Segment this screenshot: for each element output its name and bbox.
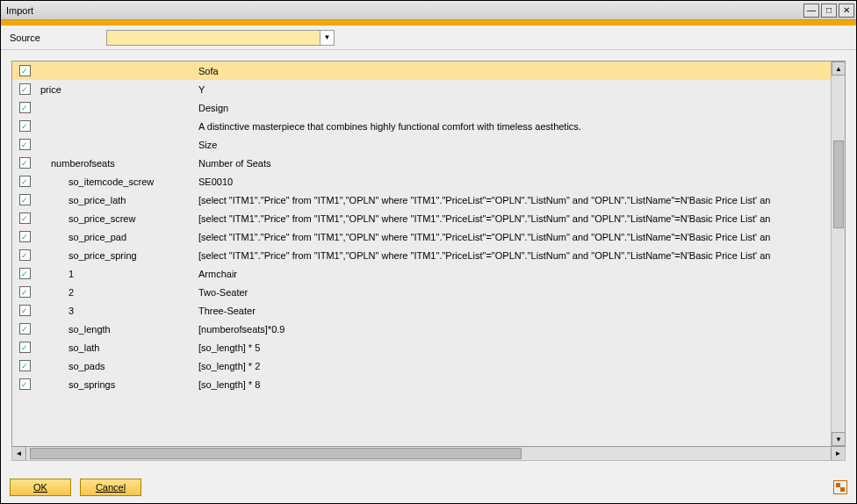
- row-checkbox[interactable]: ✓: [19, 120, 31, 132]
- row-checkbox[interactable]: ✓: [19, 65, 31, 76]
- table-row[interactable]: ✓so_length[numberofseats]*0.9: [12, 320, 831, 338]
- maximize-button[interactable]: □: [821, 4, 837, 18]
- row-checkbox-cell: ✓: [16, 83, 33, 95]
- scroll-left-button[interactable]: ◄: [12, 447, 26, 460]
- table-row[interactable]: ✓so_price_pad[select "ITM1"."Price" from…: [12, 227, 831, 246]
- window-buttons: — □ ✕: [802, 4, 856, 18]
- row-checkbox[interactable]: ✓: [19, 231, 31, 242]
- row-key: so_length: [33, 324, 191, 335]
- scroll-right-button[interactable]: ►: [831, 447, 845, 460]
- row-value: Y: [191, 84, 831, 95]
- row-checkbox[interactable]: ✓: [19, 342, 31, 353]
- vscroll-thumb[interactable]: [833, 140, 844, 228]
- table-row[interactable]: ✓numberofseatsNumber of Seats: [12, 154, 831, 172]
- close-button[interactable]: ✕: [839, 4, 854, 18]
- table-row[interactable]: ✓so_price_screw[select "ITM1"."Price" fr…: [12, 209, 831, 227]
- row-checkbox-cell: ✓: [16, 378, 33, 390]
- footer: OK Cancel: [1, 472, 856, 503]
- row-checkbox[interactable]: ✓: [19, 102, 31, 113]
- row-checkbox[interactable]: ✓: [19, 212, 31, 224]
- row-value: [so_length] * 5: [191, 342, 831, 353]
- row-value: Armchair: [191, 269, 831, 279]
- ok-button[interactable]: OK: [10, 479, 71, 496]
- resize-icon[interactable]: [833, 480, 847, 494]
- cancel-button[interactable]: Cancel: [80, 479, 141, 496]
- row-checkbox-cell: ✓: [16, 139, 33, 150]
- row-checkbox[interactable]: ✓: [19, 83, 31, 95]
- row-value: SE0010: [191, 176, 831, 187]
- titlebar: Import — □ ✕: [1, 1, 856, 20]
- row-value: Two-Seater: [191, 287, 831, 298]
- row-value: [select "ITM1"."Price" from "ITM1","OPLN…: [191, 195, 831, 205]
- row-checkbox[interactable]: ✓: [19, 286, 31, 298]
- scroll-down-button[interactable]: ▼: [832, 432, 846, 446]
- row-value: [select "ITM1"."Price" from "ITM1","OPLN…: [191, 250, 831, 261]
- row-value: [so_length] * 2: [191, 361, 831, 371]
- row-value: Size: [191, 140, 831, 150]
- grid-wrapper: ✓Sofa✓priceY✓Design✓A distinctive master…: [11, 61, 846, 447]
- cancel-label: Cancel: [96, 482, 126, 493]
- row-key: so_itemcode_screw: [33, 176, 191, 187]
- row-key: numberofseats: [33, 158, 191, 169]
- table-row[interactable]: ✓priceY: [12, 80, 831, 98]
- row-checkbox-cell: ✓: [16, 342, 33, 353]
- row-key: price: [33, 84, 191, 95]
- table-row[interactable]: ✓so_lath[so_length] * 5: [12, 338, 831, 356]
- row-key: 2: [33, 287, 191, 298]
- table-row[interactable]: ✓A distinctive masterpiece that combines…: [12, 117, 831, 135]
- row-checkbox[interactable]: ✓: [19, 176, 31, 187]
- row-checkbox-cell: ✓: [16, 268, 33, 279]
- row-checkbox-cell: ✓: [16, 286, 33, 298]
- table-row[interactable]: ✓3Three-Seater: [12, 301, 831, 320]
- row-key: so_price_screw: [33, 213, 191, 224]
- table-row[interactable]: ✓Sofa: [12, 61, 831, 80]
- vertical-scrollbar[interactable]: ▲ ▼: [831, 61, 845, 446]
- row-value: [numberofseats]*0.9: [191, 324, 831, 335]
- row-checkbox-cell: ✓: [16, 231, 33, 242]
- table-row[interactable]: ✓so_itemcode_screwSE0010: [12, 172, 831, 191]
- row-value: Number of Seats: [191, 158, 831, 169]
- row-value: Three-Seater: [191, 306, 831, 316]
- row-value: Sofa: [191, 66, 831, 76]
- row-checkbox-cell: ✓: [16, 65, 33, 76]
- row-checkbox[interactable]: ✓: [19, 194, 31, 205]
- row-checkbox[interactable]: ✓: [19, 157, 31, 169]
- source-bar: Source ▼: [1, 25, 856, 50]
- row-key: so_price_lath: [33, 195, 191, 205]
- ok-label: OK: [33, 482, 47, 493]
- table-row[interactable]: ✓so_price_lath[select "ITM1"."Price" fro…: [12, 191, 831, 209]
- row-key: 1: [33, 269, 191, 279]
- row-checkbox-cell: ✓: [16, 120, 33, 132]
- horizontal-scrollbar[interactable]: ◄ ►: [11, 447, 846, 461]
- row-checkbox[interactable]: ✓: [19, 139, 31, 150]
- row-checkbox-cell: ✓: [16, 194, 33, 205]
- row-checkbox[interactable]: ✓: [19, 360, 31, 371]
- source-select[interactable]: ▼: [106, 30, 335, 46]
- table-row[interactable]: ✓so_price_spring[select "ITM1"."Price" f…: [12, 246, 831, 264]
- minimize-button[interactable]: —: [803, 4, 819, 18]
- import-grid: ✓Sofa✓priceY✓Design✓A distinctive master…: [12, 61, 831, 446]
- scroll-up-button[interactable]: ▲: [832, 61, 846, 76]
- row-checkbox[interactable]: ✓: [19, 249, 31, 261]
- row-checkbox[interactable]: ✓: [19, 305, 31, 316]
- chevron-down-icon: ▼: [320, 31, 334, 45]
- row-checkbox-cell: ✓: [16, 212, 33, 224]
- row-key: 3: [33, 306, 191, 316]
- row-checkbox[interactable]: ✓: [19, 323, 31, 335]
- row-value: [select "ITM1"."Price" from "ITM1","OPLN…: [191, 213, 831, 224]
- row-value: [select "ITM1"."Price" from "ITM1","OPLN…: [191, 232, 831, 242]
- row-checkbox[interactable]: ✓: [19, 378, 31, 390]
- table-row[interactable]: ✓2Two-Seater: [12, 283, 831, 301]
- table-row[interactable]: ✓so_pads[so_length] * 2: [12, 356, 831, 375]
- row-checkbox-cell: ✓: [16, 323, 33, 335]
- table-row[interactable]: ✓1Armchair: [12, 264, 831, 283]
- table-row[interactable]: ✓Design: [12, 98, 831, 117]
- hscroll-thumb[interactable]: [30, 448, 522, 459]
- row-key: so_price_spring: [33, 250, 191, 261]
- table-row[interactable]: ✓Size: [12, 135, 831, 154]
- row-key: so_lath: [33, 342, 191, 353]
- table-row[interactable]: ✓so_springs[so_length] * 8: [12, 375, 831, 393]
- row-key: so_pads: [33, 361, 191, 371]
- row-checkbox[interactable]: ✓: [19, 268, 31, 279]
- row-key: so_springs: [33, 379, 191, 390]
